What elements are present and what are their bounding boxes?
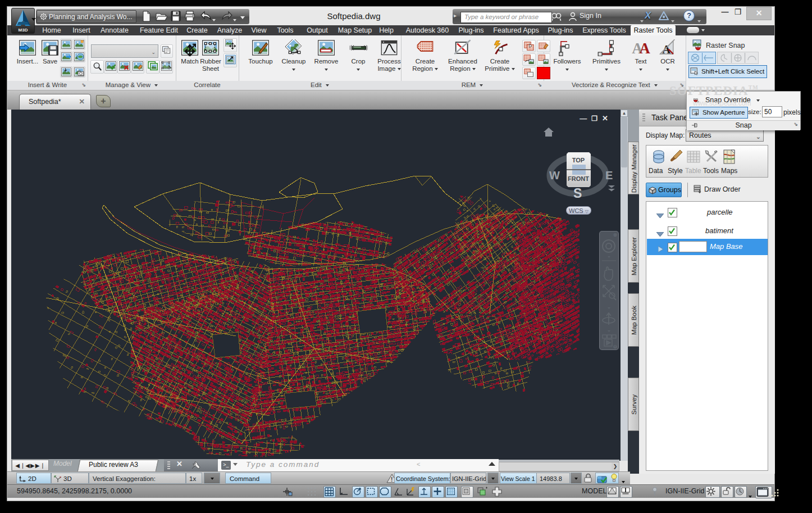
svg-text:!: ! bbox=[391, 476, 393, 483]
svg-text:M3D: M3D bbox=[19, 28, 28, 33]
svg-text:S: S bbox=[573, 186, 582, 201]
svg-text:TOP: TOP bbox=[572, 157, 585, 164]
svg-text:A: A bbox=[640, 40, 650, 56]
svg-text:E: E bbox=[605, 169, 613, 181]
svg-text:FRONT: FRONT bbox=[568, 175, 589, 182]
svg-text:W: W bbox=[549, 169, 560, 181]
